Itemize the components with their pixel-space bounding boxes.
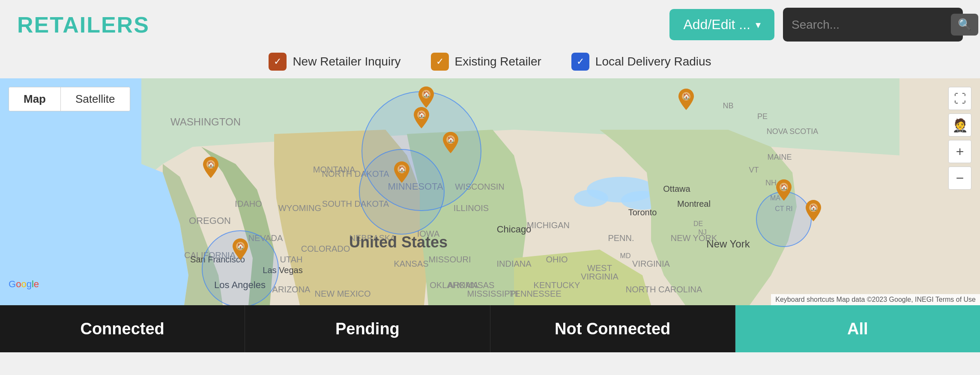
map-pin-losangeles[interactable]: 🏠: [233, 238, 248, 260]
new-retailer-checkbox[interactable]: ✓: [269, 53, 287, 71]
bottom-tabs: Connected Pending Not Connected All: [0, 305, 980, 352]
svg-text:NEW MEXICO: NEW MEXICO: [314, 289, 370, 298]
header: RETAILERS Add/Edit ... ▾ 🔍: [0, 0, 980, 47]
satellite-toggle-button[interactable]: Satellite: [61, 87, 130, 111]
map-pin-wisconsin[interactable]: 🏠: [394, 161, 409, 183]
chevron-down-icon: ▾: [756, 19, 761, 31]
svg-text:MICHIGAN: MICHIGAN: [527, 220, 570, 230]
map-footer-info: Keyboard shortcuts Map data ©2023 Google…: [771, 294, 980, 305]
legend-item-existing-retailer[interactable]: ✓ Existing Retailer: [431, 53, 541, 71]
street-view-icon: 🤵: [952, 118, 968, 133]
svg-text:WYOMING: WYOMING: [278, 203, 321, 213]
add-edit-label: Add/Edit ...: [683, 17, 750, 33]
svg-text:VIRGINIA: VIRGINIA: [632, 259, 670, 268]
svg-text:NB: NB: [723, 101, 733, 110]
local-delivery-label: Local Delivery Radius: [595, 55, 711, 68]
map-svg: OREGON CALIFORNIA IDAHO NEVADA UTAH WYOM…: [0, 78, 980, 305]
svg-text:KENTUCKY: KENTUCKY: [534, 280, 580, 290]
header-right: Add/Edit ... ▾ 🔍: [669, 8, 963, 42]
svg-text:🏠: 🏠: [682, 93, 690, 100]
search-button[interactable]: 🔍: [951, 14, 978, 36]
svg-point-2: [574, 190, 608, 207]
svg-text:WASHINGTON: WASHINGTON: [170, 116, 241, 128]
svg-text:COLORADO: COLORADO: [301, 244, 350, 253]
search-icon: 🔍: [958, 18, 971, 31]
svg-text:NORTH CAROLINA: NORTH CAROLINA: [626, 285, 702, 294]
svg-text:PE: PE: [757, 112, 768, 121]
svg-text:Montreal: Montreal: [677, 199, 711, 208]
page-title: RETAILERS: [17, 12, 149, 38]
svg-text:Chicago: Chicago: [497, 224, 532, 235]
map-pin-washington[interactable]: 🏠: [203, 157, 218, 178]
svg-text:United States: United States: [349, 233, 448, 251]
svg-text:DE: DE: [693, 220, 703, 227]
map-pin-montreal[interactable]: 🏠: [678, 89, 694, 110]
map-container[interactable]: OREGON CALIFORNIA IDAHO NEVADA UTAH WYOM…: [0, 78, 980, 305]
map-pin-minnesota2[interactable]: 🏠: [443, 132, 458, 153]
svg-text:NJ: NJ: [698, 229, 707, 236]
svg-text:ARIZONA: ARIZONA: [272, 285, 311, 294]
map-controls: ⛶ 🤵 + −: [948, 87, 971, 190]
svg-text:MD: MD: [620, 252, 631, 259]
svg-text:New York: New York: [706, 238, 750, 250]
svg-text:NOVA SCOTIA: NOVA SCOTIA: [767, 127, 819, 136]
svg-text:PENN.: PENN.: [608, 233, 634, 243]
tab-not-connected[interactable]: Not Connected: [490, 305, 735, 352]
svg-text:🏠: 🏠: [207, 161, 215, 168]
legend-item-local-delivery[interactable]: ✓ Local Delivery Radius: [571, 53, 711, 71]
legend-item-new-retailer[interactable]: ✓ New Retailer Inquiry: [269, 53, 400, 71]
local-delivery-checkbox[interactable]: ✓: [571, 53, 589, 71]
google-brand: Google: [9, 279, 39, 290]
tab-connected[interactable]: Connected: [0, 305, 245, 352]
svg-text:🏠: 🏠: [418, 111, 425, 119]
map-pin-minnesota1[interactable]: 🏠: [414, 107, 429, 128]
svg-text:🏠: 🏠: [236, 243, 244, 250]
add-edit-button[interactable]: Add/Edit ... ▾: [669, 9, 774, 40]
svg-text:🏠: 🏠: [398, 166, 406, 173]
search-bar: 🔍: [783, 8, 963, 42]
zoom-out-button[interactable]: −: [948, 167, 971, 190]
svg-text:Ottawa: Ottawa: [663, 184, 690, 193]
svg-text:🏠: 🏠: [447, 136, 455, 143]
svg-text:OHIO: OHIO: [546, 255, 568, 264]
svg-text:INDIANA: INDIANA: [496, 259, 532, 268]
zoom-in-button[interactable]: +: [948, 140, 971, 163]
existing-retailer-checkbox[interactable]: ✓: [431, 53, 449, 71]
svg-text:Toronto: Toronto: [628, 208, 657, 217]
svg-text:MAINE: MAINE: [767, 153, 792, 161]
map-view-toggle: Map Satellite: [9, 87, 130, 111]
street-view-button[interactable]: 🤵: [948, 113, 971, 137]
svg-text:🏠: 🏠: [810, 204, 818, 211]
map-pin-newyork[interactable]: 🏠: [806, 200, 821, 221]
fullscreen-icon: ⛶: [954, 92, 966, 106]
map-data-text: Keyboard shortcuts Map data ©2023 Google…: [775, 296, 976, 303]
fullscreen-button[interactable]: ⛶: [948, 87, 971, 110]
svg-text:VT: VT: [749, 166, 759, 174]
map-pin-northeast1[interactable]: 🏠: [776, 179, 792, 201]
new-retailer-label: New Retailer Inquiry: [293, 55, 400, 68]
svg-text:IDAHO: IDAHO: [235, 199, 262, 208]
search-input[interactable]: [792, 18, 945, 32]
svg-text:ILLINOIS: ILLINOIS: [454, 203, 489, 213]
svg-text:🏠: 🏠: [780, 184, 788, 191]
zoom-in-icon: +: [956, 144, 964, 160]
tab-pending[interactable]: Pending: [245, 305, 490, 352]
svg-text:UTAH: UTAH: [280, 255, 303, 264]
svg-text:OREGON: OREGON: [189, 215, 231, 226]
map-toggle-button[interactable]: Map: [9, 87, 61, 111]
svg-text:NH: NH: [765, 179, 777, 187]
map-pin-northdakota[interactable]: 🏠: [418, 86, 434, 108]
tab-all[interactable]: All: [735, 305, 980, 352]
svg-text:🏠: 🏠: [423, 91, 430, 98]
svg-text:MISSISSIPPI: MISSISSIPPI: [467, 289, 518, 298]
zoom-out-icon: −: [956, 170, 964, 186]
existing-retailer-label: Existing Retailer: [455, 55, 541, 68]
svg-text:KANSAS: KANSAS: [394, 259, 428, 268]
svg-text:MISSOURI: MISSOURI: [429, 255, 471, 264]
svg-text:ARKANSAS: ARKANSAS: [448, 280, 495, 290]
legend-bar: ✓ New Retailer Inquiry ✓ Existing Retail…: [0, 47, 980, 78]
